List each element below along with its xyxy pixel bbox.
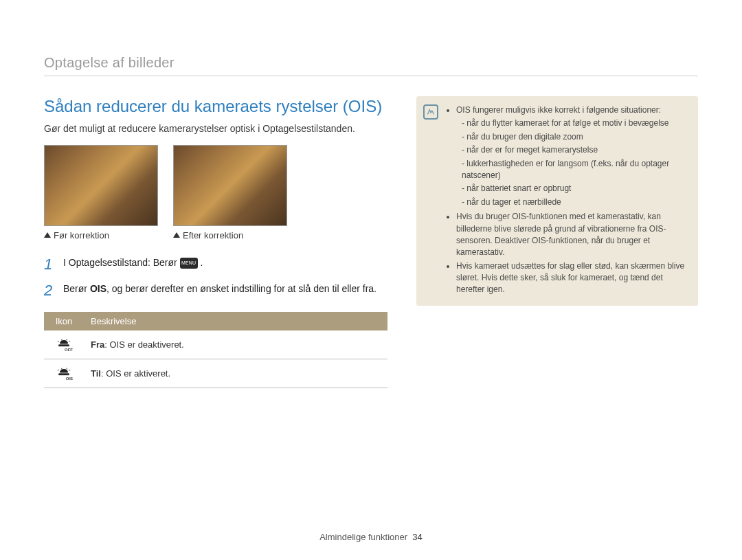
note-head-text: OIS fungerer muligvis ikke korrekt i føl… — [456, 105, 661, 115]
step-number: 2 — [44, 282, 56, 300]
step-1: 1 I Optagelsestilstand: Berør MENU . — [44, 256, 387, 273]
table-row: OFF Fra: OIS er deaktiveret. — [44, 331, 387, 359]
note-sub-b: når du bruger den digitale zoom — [462, 131, 688, 143]
ois-off-bold: Fra — [91, 339, 104, 350]
note-box: OIS fungerer muligvis ikke korrekt i føl… — [416, 96, 698, 306]
sample-image-after — [173, 145, 287, 226]
sample-caption-after: Efter korrektion — [173, 230, 287, 240]
table-row: OIS Til: OIS er aktiveret. — [44, 359, 387, 388]
note-sub-e: når batteriet snart er opbrugt — [462, 183, 688, 194]
step-2-bold: OIS — [90, 283, 106, 294]
sample-after: Efter korrektion — [173, 145, 287, 240]
ois-on-icon-cell: OIS — [44, 359, 84, 388]
triangle-up-icon — [44, 232, 51, 238]
ois-off-sub: OFF — [65, 348, 73, 352]
right-column: OIS fungerer muligvis ikke korrekt i føl… — [416, 96, 698, 388]
section-title: Sådan reducerer du kameraets rystelser (… — [44, 96, 387, 117]
sample-caption-before: Før korrektion — [44, 230, 158, 240]
intro-text: Gør det muligt at reducere kamerarystels… — [44, 122, 387, 135]
step-2-suffix: , og berør derefter en ønsket indstillin… — [106, 283, 376, 294]
step-2-prefix: Berør — [63, 283, 90, 294]
note-sub-f: når du tager et nærbillede — [462, 197, 688, 208]
ois-off-icon-cell: OFF — [44, 331, 84, 359]
note-icon — [423, 104, 438, 120]
step-text: Berør OIS, og berør derefter en ønsket i… — [63, 282, 376, 295]
sample-comparison: Før korrektion Efter korrektion — [44, 145, 387, 240]
note-sub-c: når der er for meget kamerarystelse — [462, 144, 688, 156]
step-1-tail: . — [201, 257, 203, 268]
table-head-desc: Beskrivelse — [84, 312, 387, 331]
note-bullet-3: Hvis kameraet udsættes for slag eller st… — [456, 260, 688, 296]
ois-on-desc: Til: OIS er aktiveret. — [84, 359, 387, 388]
sample-image-before — [44, 145, 158, 226]
menu-icon: MENU — [180, 258, 198, 269]
breadcrumb: Optagelse af billeder — [44, 55, 175, 71]
left-column: Sådan reducerer du kameraets rystelser (… — [44, 96, 387, 388]
step-text: I Optagelsestilstand: Berør MENU . — [63, 256, 203, 269]
ois-off-text: : OIS er deaktiveret. — [104, 339, 184, 350]
note-sub-d: lukkerhastigheden er for langsom (f.eks.… — [462, 158, 688, 182]
ois-on-bold: Til — [91, 368, 101, 379]
note-head: OIS fungerer muligvis ikke korrekt i føl… — [456, 104, 688, 208]
page-footer: Almindelige funktioner 34 — [0, 532, 742, 542]
step-1-text: I Optagelsestilstand: Berør — [63, 257, 180, 268]
step-number: 1 — [44, 256, 56, 273]
note-bullet-2: Hvis du bruger OIS-funktionen med et kam… — [456, 211, 688, 259]
ois-off-icon: OFF — [56, 336, 71, 351]
table-head-icon: Ikon — [44, 312, 84, 331]
note-sub-a: når du flytter kameraet for at følge et … — [462, 117, 688, 129]
sample-before: Før korrektion — [44, 145, 158, 240]
ois-on-text: : OIS er aktiveret. — [101, 368, 170, 379]
ois-off-desc: Fra: OIS er deaktiveret. — [84, 331, 387, 359]
divider — [44, 76, 698, 76]
steps-list: 1 I Optagelsestilstand: Berør MENU . 2 B… — [44, 256, 387, 300]
footer-page-number: 34 — [412, 532, 422, 542]
ois-on-icon: OIS — [56, 365, 71, 380]
step-2: 2 Berør OIS, og berør derefter en ønsket… — [44, 282, 387, 300]
triangle-up-icon — [173, 232, 180, 238]
caption-text-before: Før korrektion — [54, 230, 109, 240]
footer-section: Almindelige funktioner — [319, 532, 407, 542]
caption-text-after: Efter korrektion — [183, 230, 243, 240]
ois-settings-table: Ikon Beskrivelse OFF Fra: OIS er — [44, 312, 387, 388]
ois-on-sub: OIS — [66, 377, 73, 381]
